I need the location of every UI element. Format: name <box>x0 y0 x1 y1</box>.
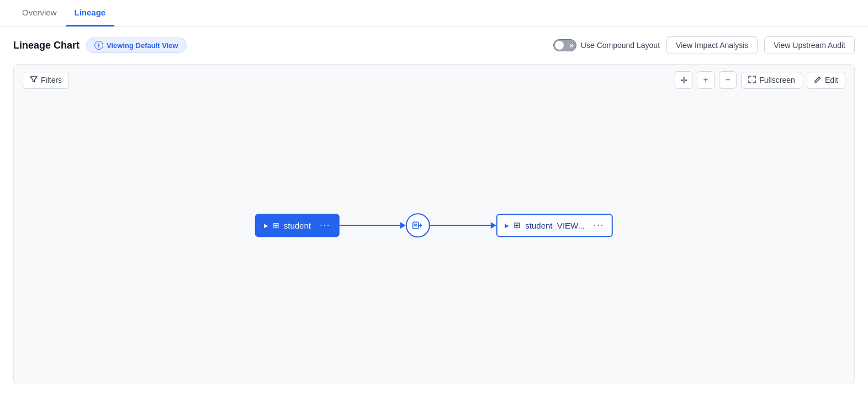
lineage-diagram: ▶ ⊞ student ··· ▶ ⊞ st <box>255 213 613 237</box>
source-expand-icon: ▶ <box>264 223 268 229</box>
plus-icon: + <box>703 75 708 85</box>
target-expand-icon: ▶ <box>505 223 509 229</box>
connector-node[interactable] <box>405 213 430 237</box>
connector-line-2 <box>430 222 496 229</box>
filter-icon <box>30 76 38 85</box>
view-upstream-audit-button[interactable]: View Upstream Audit <box>764 36 855 54</box>
edit-label: Edit <box>825 76 838 84</box>
fullscreen-label: Fullscreen <box>759 76 795 84</box>
connector-line-1 <box>339 222 405 229</box>
view-impact-analysis-button[interactable]: View Impact Analysis <box>666 36 758 54</box>
svg-rect-1 <box>414 224 417 225</box>
tab-overview[interactable]: Overview <box>13 0 66 27</box>
edit-icon <box>814 76 822 85</box>
connector-node-icon <box>411 219 424 231</box>
move-icon: ✛ <box>680 75 687 86</box>
arrow-to-target <box>490 222 496 229</box>
filters-button[interactable]: Filters <box>23 72 69 89</box>
chart-right-controls: ✛ + − Fullscreen <box>675 71 845 89</box>
tab-lineage[interactable]: Lineage <box>66 0 115 27</box>
info-icon: i <box>94 41 103 50</box>
fullscreen-icon <box>748 76 756 85</box>
compound-layout-label: Use Compound Layout <box>581 41 660 50</box>
tab-bar: Overview Lineage <box>0 0 868 27</box>
compound-layout-control: Use Compound Layout <box>553 39 660 51</box>
source-node-label: student <box>284 221 311 230</box>
move-icon-button[interactable]: ✛ <box>675 71 692 89</box>
filters-label: Filters <box>41 76 62 84</box>
line-segment-2 <box>430 225 490 226</box>
viewing-default-view-badge[interactable]: i Viewing Default View <box>86 38 187 53</box>
viewing-badge-label: Viewing Default View <box>107 41 178 50</box>
lineage-chart-container: Filters ✛ + − Fullscreen <box>13 64 855 384</box>
source-node[interactable]: ▶ ⊞ student ··· <box>255 214 340 237</box>
source-table-icon: ⊞ <box>273 221 279 230</box>
svg-rect-2 <box>414 225 417 226</box>
minus-icon: − <box>726 75 731 85</box>
zoom-out-button[interactable]: − <box>719 71 737 89</box>
header-row: Lineage Chart i Viewing Default View Use… <box>0 27 868 64</box>
arrow-to-connector <box>400 222 405 229</box>
target-node-dots[interactable]: ··· <box>594 220 604 230</box>
source-node-dots[interactable]: ··· <box>320 220 330 230</box>
target-node[interactable]: ▶ ⊞ student_VIEW... ··· <box>496 214 613 237</box>
page-title: Lineage Chart <box>13 40 80 51</box>
chart-toolbar: Filters ✛ + − Fullscreen <box>14 65 854 96</box>
toggle-knob <box>555 41 564 50</box>
line-segment-1 <box>339 225 400 226</box>
edit-button[interactable]: Edit <box>807 72 845 89</box>
target-node-label: student_VIEW... <box>525 221 585 230</box>
target-table-icon: ⊞ <box>514 220 521 230</box>
zoom-in-button[interactable]: + <box>697 71 714 89</box>
compound-layout-toggle[interactable] <box>553 39 576 51</box>
fullscreen-button[interactable]: Fullscreen <box>741 72 802 89</box>
